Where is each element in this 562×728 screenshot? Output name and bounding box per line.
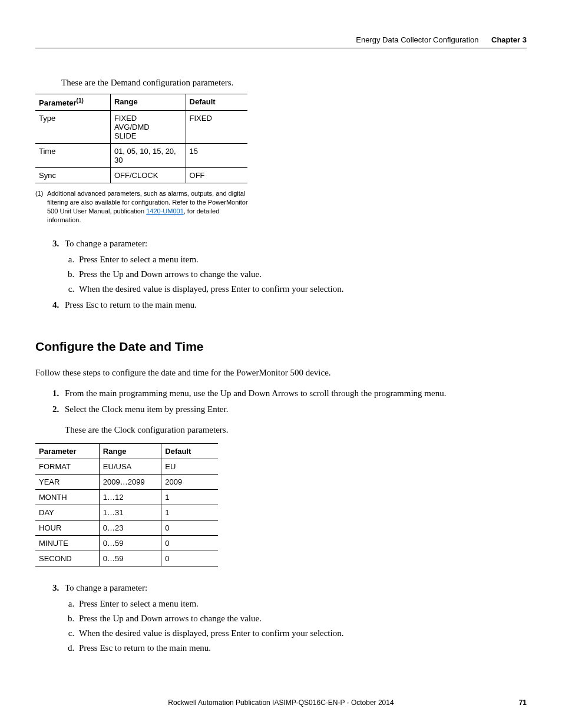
cell-range: 0…59 bbox=[99, 535, 161, 551]
table-row: SECOND0…590 bbox=[35, 551, 218, 566]
page-footer: Rockwell Automation Publication IASIMP-Q… bbox=[35, 699, 527, 707]
page: Energy Data Collector Configuration Chap… bbox=[0, 0, 562, 728]
list-item: Press Esc to return to the main menu. bbox=[77, 643, 527, 653]
list-item: To change a parameter: Press Enter to se… bbox=[61, 583, 527, 653]
cell-range: 1…31 bbox=[99, 505, 161, 520]
step-text: To change a parameter: bbox=[65, 239, 147, 248]
cell-param: Sync bbox=[35, 168, 110, 183]
cell-default: 2009 bbox=[161, 474, 218, 489]
publication-link[interactable]: 1420-UM001 bbox=[146, 207, 184, 215]
cell-range: 0…23 bbox=[99, 520, 161, 535]
col-header-range: Range bbox=[99, 443, 161, 459]
demand-steps-list: To change a parameter: Press Enter to se… bbox=[52, 239, 527, 310]
cell-default: 1 bbox=[161, 505, 218, 520]
table-row: FORMATEU/USAEU bbox=[35, 459, 218, 474]
cell-param: DAY bbox=[35, 505, 99, 520]
cell-default: EU bbox=[161, 459, 218, 474]
cell-range: 0…59 bbox=[99, 551, 161, 566]
table-row: YEAR2009…20992009 bbox=[35, 474, 218, 489]
footnote-number: (1) bbox=[35, 189, 47, 224]
table-row: Time 01, 05, 10, 15, 20, 30 15 bbox=[35, 144, 247, 168]
list-item: When the desired value is displayed, pre… bbox=[77, 628, 527, 638]
list-item: Press the Up and Down arrows to change t… bbox=[77, 269, 527, 279]
list-item: Select the Clock menu item by pressing E… bbox=[61, 404, 527, 435]
table-row: MONTH1…121 bbox=[35, 489, 218, 505]
col-header-default: Default bbox=[161, 443, 218, 459]
list-item: Press the Up and Down arrows to change t… bbox=[77, 614, 527, 624]
cell-default: 0 bbox=[161, 535, 218, 551]
cell-param: MINUTE bbox=[35, 535, 99, 551]
date-time-steps-list: From the main programming menu, use the … bbox=[52, 388, 527, 435]
sub-steps-list: Press Enter to select a menu item. Press… bbox=[66, 599, 527, 653]
cell-param: FORMAT bbox=[35, 459, 99, 474]
cell-param: YEAR bbox=[35, 474, 99, 489]
cell-range: EU/USA bbox=[99, 459, 161, 474]
step-text: Select the Clock menu item by pressing E… bbox=[65, 404, 228, 414]
cell-default: FIXED bbox=[186, 111, 247, 144]
cell-default: 15 bbox=[186, 144, 247, 168]
list-item: To change a parameter: Press Enter to se… bbox=[61, 239, 527, 294]
cell-range: OFF/CLOCK bbox=[110, 168, 186, 183]
table-row: Sync OFF/CLOCK OFF bbox=[35, 168, 247, 183]
cell-param: MONTH bbox=[35, 489, 99, 505]
date-time-intro: Follow these steps to configure the date… bbox=[35, 368, 527, 378]
col-header-parameter-text: Parameter bbox=[39, 98, 77, 107]
table-row: MINUTE0…590 bbox=[35, 535, 218, 551]
list-item: Press Enter to select a menu item. bbox=[77, 599, 527, 609]
cell-default: OFF bbox=[186, 168, 247, 183]
clock-steps-list: To change a parameter: Press Enter to se… bbox=[52, 583, 527, 653]
table-header-row: Parameter Range Default bbox=[35, 443, 218, 459]
list-item: Press Esc to return to the main menu. bbox=[61, 300, 527, 310]
col-header-default: Default bbox=[186, 94, 247, 111]
page-header: Energy Data Collector Configuration Chap… bbox=[35, 35, 527, 48]
clock-parameters-table: Parameter Range Default FORMATEU/USAEU Y… bbox=[35, 443, 218, 566]
step-text: To change a parameter: bbox=[65, 583, 147, 592]
table-row: HOUR0…230 bbox=[35, 520, 218, 535]
cell-default: 1 bbox=[161, 489, 218, 505]
col-header-parameter: Parameter(1) bbox=[35, 94, 110, 111]
page-number: 71 bbox=[519, 699, 527, 707]
col-header-range: Range bbox=[110, 94, 186, 111]
header-chapter-label: Chapter 3 bbox=[491, 35, 527, 44]
table-row: DAY1…311 bbox=[35, 505, 218, 520]
sub-steps-list: Press Enter to select a menu item. Press… bbox=[66, 255, 527, 294]
table-footnote: (1) Additional advanced parameters, such… bbox=[35, 189, 253, 224]
footnote-text: Additional advanced parameters, such as … bbox=[47, 189, 253, 224]
col-header-parameter-sup: (1) bbox=[77, 97, 84, 104]
section-heading-date-time: Configure the Date and Time bbox=[35, 340, 527, 354]
col-header-parameter: Parameter bbox=[35, 443, 99, 459]
cell-default: 0 bbox=[161, 551, 218, 566]
cell-range: 1…12 bbox=[99, 489, 161, 505]
footer-publication: Rockwell Automation Publication IASIMP-Q… bbox=[168, 699, 394, 707]
cell-range: 2009…2099 bbox=[99, 474, 161, 489]
cell-param: SECOND bbox=[35, 551, 99, 566]
cell-param: HOUR bbox=[35, 520, 99, 535]
cell-param: Time bbox=[35, 144, 110, 168]
header-section-title: Energy Data Collector Configuration bbox=[356, 35, 478, 44]
cell-default: 0 bbox=[161, 520, 218, 535]
list-item: From the main programming menu, use the … bbox=[61, 388, 527, 398]
cell-range: FIXED AVG/DMD SLIDE bbox=[110, 111, 186, 144]
list-item: When the desired value is displayed, pre… bbox=[77, 284, 527, 294]
cell-range: 01, 05, 10, 15, 20, 30 bbox=[110, 144, 186, 168]
demand-parameters-table: Parameter(1) Range Default Type FIXED AV… bbox=[35, 94, 247, 183]
cell-param: Type bbox=[35, 111, 110, 144]
clock-params-intro: These are the Clock configuration parame… bbox=[65, 425, 527, 435]
table-header-row: Parameter(1) Range Default bbox=[35, 94, 247, 111]
table-row: Type FIXED AVG/DMD SLIDE FIXED bbox=[35, 111, 247, 144]
list-item: Press Enter to select a menu item. bbox=[77, 255, 527, 265]
demand-intro-text: These are the Demand configuration param… bbox=[61, 78, 527, 88]
